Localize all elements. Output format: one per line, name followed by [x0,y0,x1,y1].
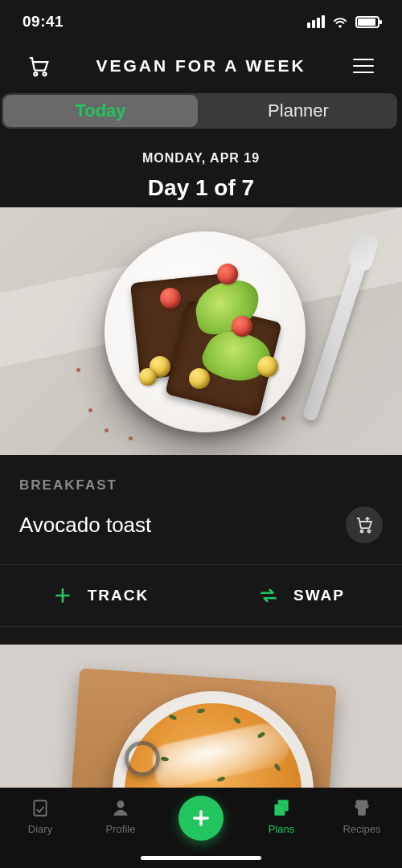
meal-image-breakfast[interactable] [0,207,402,455]
cart-plus-icon [355,515,374,534]
tab-planner[interactable]: Planner [201,95,396,127]
swap-label: SWAP [293,587,345,604]
swap-icon [258,585,279,606]
tab-recipes[interactable]: Recipes [326,797,398,835]
svg-point-2 [361,530,363,533]
home-indicator[interactable] [141,856,261,860]
plus-icon [52,585,73,606]
tab-profile-label: Profile [106,823,136,835]
cellular-signal-icon [307,15,325,28]
svg-point-1 [43,72,47,76]
page-title: VEGAN FOR A WEEK [55,56,347,76]
tab-plans[interactable]: Plans [245,797,318,835]
cart-button[interactable] [23,50,55,82]
touch-indicator [125,741,160,776]
tab-plans-label: Plans [269,823,295,835]
tab-recipes-label: Recipes [343,823,381,835]
meal-image-next[interactable] [0,645,402,788]
segmented-control: Today Planner [0,88,402,133]
status-indicators [307,15,379,28]
svg-point-3 [368,530,371,533]
track-button[interactable]: TRACK [0,565,201,626]
svg-point-0 [34,72,37,76]
day-progress: Day 1 of 7 [0,175,402,201]
tab-diary[interactable]: Diary [4,797,76,835]
date-heading: MONDAY, APR 19 Day 1 of 7 [0,133,402,207]
svg-point-5 [117,800,124,808]
cart-icon [27,54,51,78]
menu-button[interactable] [347,50,379,82]
wifi-icon [331,15,349,28]
tab-profile[interactable]: Profile [84,797,157,835]
status-time: 09:41 [23,13,64,31]
tab-diary-label: Diary [28,823,52,835]
hamburger-icon [353,59,374,73]
profile-icon [110,797,131,818]
status-bar: 09:41 [0,0,402,43]
battery-icon [355,16,379,28]
meal-category: BREAKFAST [19,477,383,493]
screen: 09:41 VEGAN FOR A WEEK [0,0,402,868]
header: VEGAN FOR A WEEK [0,43,402,88]
meal-name: Avocado toast [19,513,151,538]
add-to-cart-button[interactable] [346,506,383,543]
plus-icon [190,807,212,829]
svg-rect-8 [274,805,285,816]
svg-rect-4 [34,800,46,815]
meal-list[interactable]: BREAKFAST Avocado toast TRACK [0,207,402,788]
tab-today[interactable]: Today [3,95,198,127]
swap-button[interactable]: SWAP [201,565,402,626]
plans-icon [271,797,292,818]
meal-actions: TRACK SWAP [0,564,402,627]
recipes-icon [351,797,372,818]
date-label: MONDAY, APR 19 [0,151,402,166]
meal-meta: BREAKFAST Avocado toast [0,455,402,558]
track-label: TRACK [88,587,150,604]
tab-bar: Diary Profile Plans Recipes [0,788,402,868]
add-fab[interactable] [178,796,224,841]
diary-icon [30,797,51,818]
